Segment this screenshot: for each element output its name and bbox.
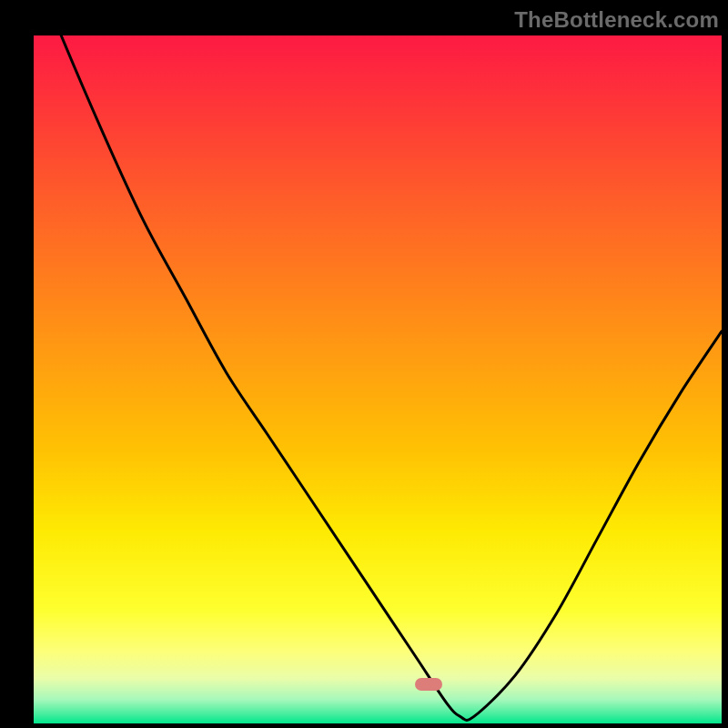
watermark-text: TheBottleneck.com bbox=[514, 7, 719, 33]
minimum-marker bbox=[415, 678, 442, 691]
bottleneck-curve bbox=[34, 35, 722, 723]
plot-area bbox=[34, 35, 722, 723]
chart-frame: TheBottleneck.com bbox=[0, 0, 728, 728]
